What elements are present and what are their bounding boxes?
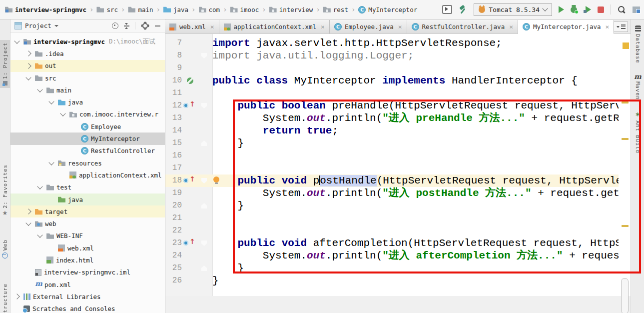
- search-icon[interactable]: [618, 6, 626, 14]
- tab-applicationcontext-xml[interactable]: applicationContext.xml: [219, 20, 330, 34]
- tree-item-scratches-and-consoles[interactable]: Scratches and Consoles: [10, 303, 165, 313]
- code-line-11[interactable]: 11: [165, 87, 619, 100]
- locate-file-icon[interactable]: [112, 22, 118, 29]
- tree-item-index-html[interactable]: index.html: [10, 254, 165, 266]
- code-line-7[interactable]: 7import javax.servlet.http.HttpServletRe…: [165, 37, 619, 50]
- tree-chevron-down-icon[interactable]: [36, 86, 43, 94]
- hide-panel-icon[interactable]: [155, 26, 160, 26]
- tree-item-pom-xml[interactable]: pom.xml: [10, 278, 165, 290]
- stop-button[interactable]: [598, 6, 604, 13]
- tree-chevron-down-icon[interactable]: [36, 232, 43, 240]
- run-button[interactable]: [559, 6, 564, 13]
- override-method-icon[interactable]: [183, 176, 196, 184]
- tree-chevron-right-icon[interactable]: [25, 62, 32, 70]
- tree-item-web[interactable]: web: [10, 218, 165, 230]
- tool-button-web[interactable]: Web: [0, 237, 10, 261]
- breadcrumb-item-com[interactable]: com: [199, 6, 220, 14]
- fold-end-icon[interactable]: [201, 266, 207, 271]
- tree-chevron-down-icon[interactable]: [48, 160, 55, 166]
- tree-item-com-imooc-interview-r[interactable]: com.imooc.interview.r: [10, 108, 165, 120]
- tree-chevron-down-icon[interactable]: [59, 111, 66, 118]
- tree-item-restfulcontroller[interactable]: RestfulController: [10, 145, 165, 157]
- code-text: }: [212, 274, 219, 287]
- tab-close-icon[interactable]: [509, 23, 513, 30]
- build-hammer-icon[interactable]: [459, 6, 467, 14]
- breadcrumb-item-imooc[interactable]: imooc: [230, 6, 259, 14]
- tree-chevron-right-icon[interactable]: [25, 208, 32, 215]
- fold-region-icon[interactable]: [201, 53, 207, 58]
- tree-item-applicationcontext-xml[interactable]: applicationContext.xml: [10, 169, 165, 181]
- breadcrumb-item-interview[interactable]: interview: [269, 6, 313, 14]
- fold-end-icon[interactable]: [201, 140, 207, 146]
- tree-item-target[interactable]: target: [10, 206, 165, 218]
- breadcrumb-item-src[interactable]: src: [96, 6, 118, 14]
- tree-item-resources[interactable]: resources: [10, 157, 165, 169]
- override-method-icon[interactable]: [183, 102, 196, 110]
- tree-item-java[interactable]: java: [10, 96, 165, 108]
- override-method-icon[interactable]: [183, 239, 196, 247]
- tree-item-src[interactable]: src: [10, 72, 165, 84]
- tab-close-icon[interactable]: [605, 23, 609, 30]
- tree-item-label: com.imooc.interview.r: [79, 110, 158, 118]
- fold-region-icon[interactable]: [201, 103, 207, 108]
- breadcrumb-item-rest[interactable]: rest: [323, 6, 348, 14]
- breadcrumb-separator-icon: [223, 6, 227, 14]
- tree-chevron-right-icon[interactable]: [13, 293, 20, 300]
- tree-item-employee[interactable]: Employee: [10, 120, 165, 132]
- chevron-down-icon: [48, 98, 54, 104]
- tree-item-main[interactable]: main: [10, 84, 165, 96]
- collapse-all-icon[interactable]: [124, 23, 129, 29]
- code-line-26[interactable]: 26}: [165, 274, 619, 287]
- coverage-button[interactable]: [584, 6, 591, 13]
- breadcrumb-item-myinterceptor[interactable]: MyInterceptor: [358, 6, 417, 14]
- tree-chevron-down-icon[interactable]: [13, 38, 20, 45]
- tool-button-2-favorites[interactable]: 2: Favorites★: [0, 162, 10, 218]
- tab-list-dropdown-icon[interactable]: [614, 22, 628, 32]
- tree-item-label: index.html: [56, 256, 93, 264]
- tree-item-myinterceptor[interactable]: MyInterceptor: [10, 132, 165, 144]
- tree-item-web-inf[interactable]: WEB-INF: [10, 230, 165, 242]
- gear-icon[interactable]: [142, 23, 148, 28]
- fold-region-icon[interactable]: [201, 178, 207, 184]
- tab-close-icon[interactable]: [321, 23, 325, 30]
- tool-button-maven[interactable]: mMaven: [631, 71, 644, 102]
- tab-restfulcontroller-java[interactable]: RestfulController.java: [407, 20, 518, 34]
- window-layout-icon[interactable]: [633, 6, 640, 13]
- code-line-10[interactable]: 10public class MyInterceptor implements …: [165, 74, 619, 87]
- tree-item-web-xml[interactable]: web.xml: [10, 242, 165, 254]
- tree-item-idea[interactable]: .idea: [10, 48, 165, 60]
- tree-chevron-down-icon[interactable]: [36, 184, 43, 191]
- code-line-8[interactable]: 8import java.util.logging.Logger;: [165, 50, 619, 62]
- tab-employee-java[interactable]: Employee.java: [330, 20, 407, 34]
- tab-close-icon[interactable]: [398, 23, 402, 30]
- tree-chevron-down-icon[interactable]: [48, 99, 55, 106]
- fold-end-icon[interactable]: [201, 203, 207, 208]
- tree-item-out[interactable]: out: [10, 60, 165, 72]
- tree-chevron-down-icon[interactable]: [25, 74, 32, 82]
- tab-close-icon[interactable]: [210, 23, 214, 30]
- breadcrumb-item-java[interactable]: java: [163, 6, 188, 14]
- tree-item-test[interactable]: test: [10, 182, 165, 194]
- tree-item-external-libraries[interactable]: External Libraries: [10, 290, 165, 302]
- editor-scrollbar[interactable]: [621, 278, 629, 313]
- tree-item-interview-springmvc[interactable]: interview-springmvcD:\imooc\面试: [10, 36, 165, 48]
- debug-button[interactable]: [571, 6, 577, 13]
- tool-button-2-structure[interactable]: 2: Structure: [0, 281, 10, 313]
- code-line-9[interactable]: 9: [165, 62, 619, 74]
- tab-web-xml[interactable]: web.xml: [165, 20, 219, 34]
- tree-chevron-right-icon[interactable]: [25, 50, 32, 57]
- breadcrumb-item-main[interactable]: main: [128, 6, 153, 14]
- run-anything-icon[interactable]: [442, 5, 452, 14]
- fold-region-icon[interactable]: [201, 240, 207, 246]
- tree-chevron-down-icon[interactable]: [25, 220, 32, 228]
- code-text: public class MyInterceptor implements Ha…: [212, 74, 578, 87]
- breadcrumb-label: rest: [333, 6, 348, 14]
- tool-button-1-project[interactable]: 1: Project: [0, 40, 10, 88]
- tab-myinterceptor-java[interactable]: MyInterceptor.java: [518, 20, 614, 34]
- tree-item-interview-springmvc-iml[interactable]: interview-springmvc.iml: [10, 266, 165, 278]
- run-configuration-select[interactable]: Tomcat 8.5.34: [474, 4, 552, 16]
- error-stripe-top-mark[interactable]: [623, 42, 629, 49]
- tree-item-java[interactable]: java: [10, 194, 165, 206]
- breadcrumb-item-interview-springmvc[interactable]: interview-springmvc: [5, 6, 86, 14]
- chevron-down-icon[interactable]: [54, 25, 58, 27]
